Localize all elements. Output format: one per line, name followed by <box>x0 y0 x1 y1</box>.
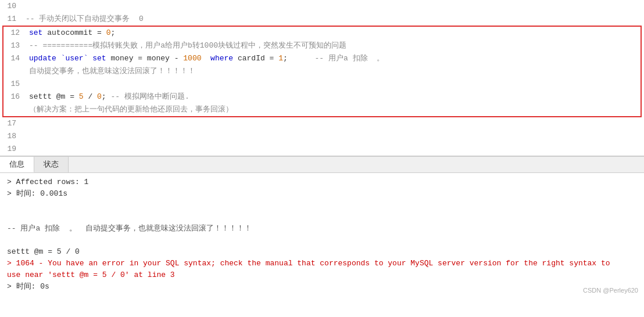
highlighted-section: 12 set autocommit = 0; 13 -- ===========… <box>2 26 642 117</box>
line-content-16: settt @m = 5 / 0; -- 模拟网络中断问题. <box>27 91 641 103</box>
output-line-3 <box>7 200 637 211</box>
watermark: CSDN @Perley620 <box>583 287 638 294</box>
line-content-12: set autocommit = 0; <box>27 27 641 39</box>
code-line-16: 16 settt @m = 5 / 0; -- 模拟网络中断问题. <box>3 91 641 103</box>
line-num-10: 10 <box>0 0 23 13</box>
output-line-10: > 时间: 0s <box>7 281 637 293</box>
line-num-12: 12 <box>3 27 27 39</box>
line-content-14: update `user` set money = money - 1000 w… <box>27 52 641 65</box>
code-block: 10 11 -- 手动关闭以下自动提交事务 0 12 set autocommi… <box>0 0 644 156</box>
code-line-16b: （解决方案：把上一句代码的更新给他还原回去，事务回滚） <box>3 103 641 116</box>
line-num-14: 14 <box>3 52 27 65</box>
output-line-6 <box>7 235 637 246</box>
tab-status[interactable]: 状态 <box>34 157 69 172</box>
line-num-13: 13 <box>3 39 27 52</box>
code-line-14: 14 update `user` set money = money - 100… <box>3 52 641 65</box>
output-line-1: > Affected rows: 1 <box>7 176 637 188</box>
code-line-19: 19 <box>0 143 644 156</box>
code-line-12: 12 set autocommit = 0; <box>3 27 641 39</box>
code-line-14b: 自动提交事务，也就意味这没法回滚了！！！！！ <box>3 65 641 78</box>
bottom-panel: 信息 状态 > Affected rows: 1 > 时间: 0.001s --… <box>0 156 644 296</box>
code-line-17: 17 <box>0 117 644 130</box>
tab-info[interactable]: 信息 <box>0 157 34 172</box>
line-content-16b: （解决方案：把上一句代码的更新给他还原回去，事务回滚） <box>27 103 641 116</box>
line-num-15: 15 <box>3 78 27 91</box>
line-num-16: 16 <box>3 91 27 103</box>
code-line-15: 15 <box>3 78 641 91</box>
output-line-7: settt @m = 5 / 0 <box>7 246 637 258</box>
output-line-9: use near 'settt @m = 5 / 0' at line 3 <box>7 269 637 281</box>
line-num-18: 18 <box>0 130 23 143</box>
code-line-13: 13 -- ===========模拟转账失败，用户a给用户b转1000块钱过程… <box>3 39 641 52</box>
output-line-5: -- 用户a 扣除 。 自动提交事务，也就意味这没法回滚了！！！！！ <box>7 223 637 235</box>
line-content-13: -- ===========模拟转账失败，用户a给用户b转1000块钱过程中，突… <box>27 39 641 52</box>
line-content-11: -- 手动关闭以下自动提交事务 0 <box>23 13 644 26</box>
line-num-19: 19 <box>0 143 23 156</box>
output-area: > Affected rows: 1 > 时间: 0.001s -- 用户a 扣… <box>0 173 644 296</box>
code-line-11: 11 -- 手动关闭以下自动提交事务 0 <box>0 13 644 26</box>
output-line-8: > 1064 - You have an error in your SQL s… <box>7 258 637 269</box>
tab-bar: 信息 状态 <box>0 157 644 173</box>
output-line-2: > 时间: 0.001s <box>7 188 637 200</box>
code-line-18: 18 <box>0 130 644 143</box>
editor-area: 10 11 -- 手动关闭以下自动提交事务 0 12 set autocommi… <box>0 0 644 156</box>
line-num-17: 17 <box>0 117 23 130</box>
line-content-14b: 自动提交事务，也就意味这没法回滚了！！！！！ <box>27 65 641 78</box>
line-num-11: 11 <box>0 13 23 26</box>
output-line-4 <box>7 211 637 223</box>
code-line-10: 10 <box>0 0 644 13</box>
